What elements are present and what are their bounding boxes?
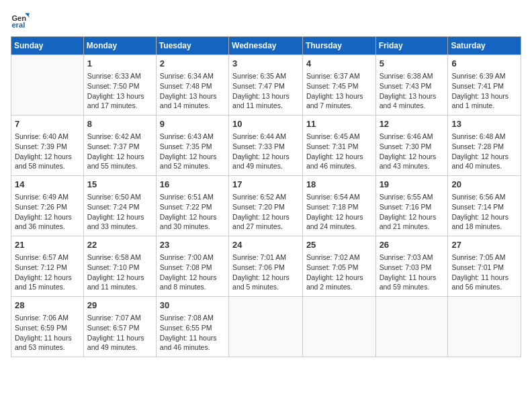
calendar-cell: 30Sunrise: 7:08 AM Sunset: 6:55 PM Dayli… [156, 297, 228, 357]
day-number: 22 [87, 239, 152, 251]
logo: Gen eral [11, 11, 32, 30]
day-info: Sunrise: 7:08 AM Sunset: 6:55 PM Dayligh… [160, 313, 225, 353]
day-number: 20 [451, 179, 517, 191]
day-info: Sunrise: 7:03 AM Sunset: 7:03 PM Dayligh… [380, 253, 445, 292]
calendar-cell: 25Sunrise: 7:02 AM Sunset: 7:05 PM Dayli… [302, 236, 375, 297]
day-number: 14 [15, 179, 80, 191]
day-info: Sunrise: 6:42 AM Sunset: 7:37 PM Dayligh… [87, 132, 152, 171]
day-info: Sunrise: 6:35 AM Sunset: 7:47 PM Dayligh… [232, 71, 299, 111]
day-number: 4 [306, 58, 372, 70]
calendar-cell: 28Sunrise: 7:06 AM Sunset: 6:59 PM Dayli… [11, 297, 84, 357]
day-info: Sunrise: 6:45 AM Sunset: 7:31 PM Dayligh… [306, 132, 372, 171]
day-number: 17 [232, 179, 299, 191]
header-day-wednesday: Wednesday [229, 37, 303, 55]
calendar-cell: 3Sunrise: 6:35 AM Sunset: 7:47 PM Daylig… [229, 55, 303, 116]
day-info: Sunrise: 6:38 AM Sunset: 7:43 PM Dayligh… [380, 71, 445, 111]
day-number: 15 [87, 179, 152, 191]
day-number: 29 [87, 300, 152, 312]
day-info: Sunrise: 6:51 AM Sunset: 7:22 PM Dayligh… [160, 192, 225, 232]
day-number: 21 [15, 239, 80, 251]
day-number: 23 [160, 239, 225, 251]
day-number: 28 [15, 300, 80, 312]
calendar-cell [11, 55, 84, 116]
calendar-cell: 19Sunrise: 6:55 AM Sunset: 7:16 PM Dayli… [375, 176, 448, 236]
day-info: Sunrise: 6:49 AM Sunset: 7:26 PM Dayligh… [15, 192, 80, 232]
calendar-cell [448, 297, 521, 357]
day-number: 9 [160, 118, 225, 130]
day-info: Sunrise: 6:54 AM Sunset: 7:18 PM Dayligh… [306, 192, 372, 232]
calendar-cell: 6Sunrise: 6:39 AM Sunset: 7:41 PM Daylig… [448, 55, 521, 116]
day-number: 24 [232, 239, 299, 251]
day-number: 13 [451, 118, 517, 130]
calendar-cell: 20Sunrise: 6:56 AM Sunset: 7:14 PM Dayli… [448, 176, 521, 236]
calendar-cell: 5Sunrise: 6:38 AM Sunset: 7:43 PM Daylig… [375, 55, 448, 116]
calendar-cell: 7Sunrise: 6:40 AM Sunset: 7:39 PM Daylig… [11, 116, 84, 176]
day-info: Sunrise: 6:52 AM Sunset: 7:20 PM Dayligh… [232, 192, 299, 232]
day-info: Sunrise: 6:46 AM Sunset: 7:30 PM Dayligh… [380, 132, 445, 171]
day-number: 16 [160, 179, 225, 191]
day-number: 3 [232, 58, 299, 70]
header-day-saturday: Saturday [448, 37, 521, 55]
calendar-cell: 1Sunrise: 6:33 AM Sunset: 7:50 PM Daylig… [83, 55, 156, 116]
calendar-cell: 10Sunrise: 6:44 AM Sunset: 7:33 PM Dayli… [229, 116, 303, 176]
day-number: 19 [380, 179, 445, 191]
day-info: Sunrise: 6:57 AM Sunset: 7:12 PM Dayligh… [15, 253, 80, 292]
calendar-cell: 9Sunrise: 6:43 AM Sunset: 7:35 PM Daylig… [156, 116, 228, 176]
calendar-cell: 8Sunrise: 6:42 AM Sunset: 7:37 PM Daylig… [83, 116, 156, 176]
day-number: 18 [306, 179, 372, 191]
calendar-table: SundayMondayTuesdayWednesdayThursdayFrid… [11, 36, 521, 357]
day-number: 27 [451, 239, 517, 251]
day-info: Sunrise: 6:33 AM Sunset: 7:50 PM Dayligh… [87, 71, 152, 111]
calendar-cell: 15Sunrise: 6:50 AM Sunset: 7:24 PM Dayli… [83, 176, 156, 236]
calendar-week-row: 21Sunrise: 6:57 AM Sunset: 7:12 PM Dayli… [11, 236, 521, 297]
calendar-cell: 21Sunrise: 6:57 AM Sunset: 7:12 PM Dayli… [11, 236, 84, 297]
day-info: Sunrise: 7:06 AM Sunset: 6:59 PM Dayligh… [15, 313, 80, 353]
day-info: Sunrise: 7:07 AM Sunset: 6:57 PM Dayligh… [87, 313, 152, 353]
header-day-monday: Monday [83, 37, 156, 55]
calendar-cell: 27Sunrise: 7:05 AM Sunset: 7:01 PM Dayli… [448, 236, 521, 297]
day-number: 5 [380, 58, 445, 70]
day-number: 30 [160, 300, 225, 312]
day-number: 12 [380, 118, 445, 130]
header-day-thursday: Thursday [302, 37, 375, 55]
calendar-cell: 12Sunrise: 6:46 AM Sunset: 7:30 PM Dayli… [375, 116, 448, 176]
day-info: Sunrise: 6:34 AM Sunset: 7:48 PM Dayligh… [160, 71, 225, 111]
logo-icon: Gen eral [11, 11, 30, 30]
day-number: 6 [451, 58, 517, 70]
calendar-cell: 24Sunrise: 7:01 AM Sunset: 7:06 PM Dayli… [229, 236, 303, 297]
day-number: 8 [87, 118, 152, 130]
calendar-cell: 2Sunrise: 6:34 AM Sunset: 7:48 PM Daylig… [156, 55, 228, 116]
day-number: 25 [306, 239, 372, 251]
day-info: Sunrise: 6:56 AM Sunset: 7:14 PM Dayligh… [451, 192, 517, 232]
day-number: 26 [380, 239, 445, 251]
calendar-cell: 13Sunrise: 6:48 AM Sunset: 7:28 PM Dayli… [448, 116, 521, 176]
calendar-cell [375, 297, 448, 357]
svg-text:eral: eral [11, 21, 25, 29]
calendar-week-row: 7Sunrise: 6:40 AM Sunset: 7:39 PM Daylig… [11, 116, 521, 176]
calendar-week-row: 14Sunrise: 6:49 AM Sunset: 7:26 PM Dayli… [11, 176, 521, 236]
day-info: Sunrise: 6:50 AM Sunset: 7:24 PM Dayligh… [87, 192, 152, 232]
day-info: Sunrise: 7:01 AM Sunset: 7:06 PM Dayligh… [232, 253, 299, 292]
day-info: Sunrise: 6:40 AM Sunset: 7:39 PM Dayligh… [15, 132, 80, 171]
day-info: Sunrise: 7:05 AM Sunset: 7:01 PM Dayligh… [451, 253, 517, 292]
calendar-cell: 26Sunrise: 7:03 AM Sunset: 7:03 PM Dayli… [375, 236, 448, 297]
day-number: 10 [232, 118, 299, 130]
calendar-cell: 16Sunrise: 6:51 AM Sunset: 7:22 PM Dayli… [156, 176, 228, 236]
calendar-cell: 11Sunrise: 6:45 AM Sunset: 7:31 PM Dayli… [302, 116, 375, 176]
day-info: Sunrise: 6:39 AM Sunset: 7:41 PM Dayligh… [451, 71, 517, 111]
day-info: Sunrise: 6:43 AM Sunset: 7:35 PM Dayligh… [160, 132, 225, 171]
day-number: 7 [15, 118, 80, 130]
calendar-cell [302, 297, 375, 357]
day-number: 2 [160, 58, 225, 70]
day-info: Sunrise: 6:55 AM Sunset: 7:16 PM Dayligh… [380, 192, 445, 232]
calendar-cell: 23Sunrise: 7:00 AM Sunset: 7:08 PM Dayli… [156, 236, 228, 297]
day-info: Sunrise: 6:58 AM Sunset: 7:10 PM Dayligh… [87, 253, 152, 292]
calendar-cell: 14Sunrise: 6:49 AM Sunset: 7:26 PM Dayli… [11, 176, 84, 236]
calendar-cell: 18Sunrise: 6:54 AM Sunset: 7:18 PM Dayli… [302, 176, 375, 236]
calendar-cell: 4Sunrise: 6:37 AM Sunset: 7:45 PM Daylig… [302, 55, 375, 116]
day-info: Sunrise: 7:00 AM Sunset: 7:08 PM Dayligh… [160, 253, 225, 292]
day-info: Sunrise: 6:37 AM Sunset: 7:45 PM Dayligh… [306, 71, 372, 111]
calendar-header-row: SundayMondayTuesdayWednesdayThursdayFrid… [11, 37, 521, 55]
day-number: 11 [306, 118, 372, 130]
calendar-cell: 22Sunrise: 6:58 AM Sunset: 7:10 PM Dayli… [83, 236, 156, 297]
